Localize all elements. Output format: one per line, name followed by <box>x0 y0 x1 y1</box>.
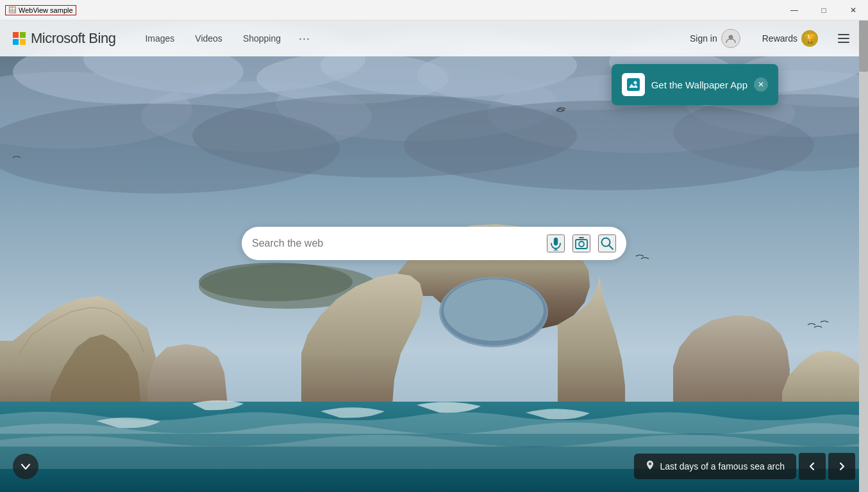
bottom-right-controls: Last days of a famous sea arch <box>634 453 855 480</box>
maximize-button[interactable]: □ <box>809 0 839 20</box>
search-icons <box>547 234 616 252</box>
location-text: Last days of a famous sea arch <box>660 461 785 472</box>
rewards-trophy-icon: 🏆 <box>801 30 818 47</box>
microsoft-logo <box>13 32 26 45</box>
search-button[interactable] <box>598 234 616 252</box>
ms-logo-green <box>20 32 26 38</box>
svg-line-32 <box>609 245 613 249</box>
bing-logo[interactable]: Microsoft Bing <box>13 30 115 47</box>
title-bar-label: 🪟 WebView sample <box>5 5 76 15</box>
location-icon <box>646 460 655 473</box>
rewards-button[interactable]: Rewards 🏆 <box>755 26 826 51</box>
title-bar-text: WebView sample <box>19 6 73 14</box>
svg-point-33 <box>649 463 651 465</box>
scrollbar-thumb[interactable] <box>859 20 868 72</box>
ms-logo-yellow <box>20 39 26 45</box>
svg-point-25 <box>633 81 637 85</box>
svg-point-21 <box>444 279 544 341</box>
wallpaper-app-icon <box>622 73 645 96</box>
title-bar: 🪟 WebView sample — □ ✕ <box>0 0 868 20</box>
nav-link-images[interactable]: Images <box>136 29 183 47</box>
next-wallpaper-button[interactable] <box>828 453 855 480</box>
hamburger-line-3 <box>838 42 849 43</box>
sign-in-label: Sign in <box>690 33 717 44</box>
user-avatar <box>721 29 740 48</box>
wallpaper-popup-text: Get the Wallpaper App <box>651 79 747 90</box>
svg-rect-24 <box>627 78 640 91</box>
nav-link-more[interactable]: ··· <box>292 28 317 49</box>
title-bar-left: 🪟 WebView sample <box>0 5 76 15</box>
visual-search-button[interactable] <box>572 234 590 252</box>
wallpaper-close-button[interactable]: ✕ <box>754 78 768 92</box>
nav-right: Sign in Rewards 🏆 <box>682 25 855 52</box>
scroll-down-button[interactable] <box>13 454 38 479</box>
scrollbar[interactable] <box>859 20 868 492</box>
rewards-label: Rewards <box>762 33 797 44</box>
sign-in-button[interactable]: Sign in <box>682 25 748 52</box>
nav-link-videos[interactable]: Videos <box>186 29 231 47</box>
close-button[interactable]: ✕ <box>839 0 868 20</box>
ms-logo-blue <box>13 39 19 45</box>
search-container <box>242 227 626 260</box>
wallpaper-app-popup: Get the Wallpaper App ✕ <box>612 64 778 105</box>
hamburger-line-1 <box>838 34 849 35</box>
bing-brand-text: Microsoft Bing <box>31 30 115 47</box>
nav-links: Images Videos Shopping ··· <box>136 28 669 49</box>
search-bar <box>242 227 626 260</box>
browser-content: Microsoft Bing Images Videos Shopping ··… <box>0 20 868 492</box>
hamburger-menu-button[interactable] <box>832 27 855 50</box>
bottom-bar: Last days of a famous sea arch <box>0 441 868 492</box>
search-input[interactable] <box>252 238 547 249</box>
navbar: Microsoft Bing Images Videos Shopping ··… <box>0 20 868 56</box>
minimize-button[interactable]: — <box>780 0 809 20</box>
ms-logo-red <box>13 32 19 38</box>
wallpaper-close-icon: ✕ <box>758 80 764 89</box>
hamburger-line-2 <box>838 38 849 39</box>
prev-wallpaper-button[interactable] <box>799 453 826 480</box>
title-bar-controls: — □ ✕ <box>780 0 868 20</box>
microphone-button[interactable] <box>547 234 565 252</box>
location-info-badge[interactable]: Last days of a famous sea arch <box>634 454 796 479</box>
svg-point-30 <box>579 242 584 247</box>
svg-rect-26 <box>554 238 558 245</box>
nav-link-shopping[interactable]: Shopping <box>234 29 290 47</box>
svg-point-18 <box>199 263 353 301</box>
